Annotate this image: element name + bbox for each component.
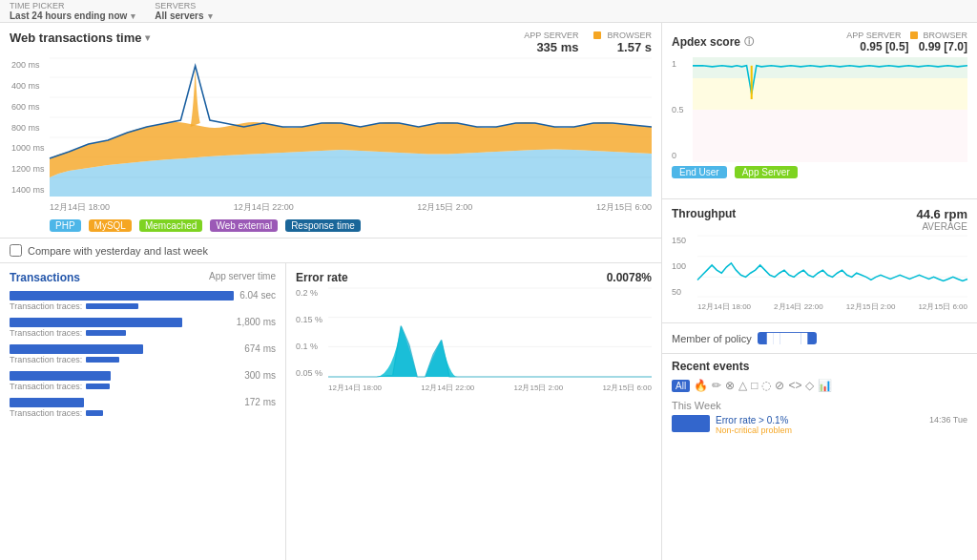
legend-app-server[interactable]: App Server bbox=[735, 166, 798, 178]
recent-events-section: Recent events All 🔥 ✏ ⊗ △ □ ◌ ⊘ <> ◇ 📊 T… bbox=[662, 354, 977, 560]
time-picker[interactable]: TIME PICKER Last 24 hours ending now ▾ bbox=[10, 1, 135, 21]
filter-code-icon[interactable]: <> bbox=[788, 379, 801, 392]
policy-section: Member of policy ██████ bbox=[662, 323, 977, 354]
transactions-panel: Transactions App server time 6.04 sec Tr… bbox=[0, 263, 286, 560]
legend-response-time[interactable]: Response time bbox=[285, 219, 361, 232]
apdex-stats: APP SERVER BROWSER 0.95 [0.5] 0.99 [7.0] bbox=[846, 31, 967, 53]
transactions-title: Transactions bbox=[10, 271, 80, 284]
dropdown-icon[interactable]: ▾ bbox=[145, 32, 150, 43]
recent-events-title: Recent events bbox=[672, 360, 967, 373]
chart-stats: APP SERVER 335 ms BROWSER 1.57 s bbox=[524, 31, 652, 54]
transaction-bar bbox=[10, 398, 84, 407]
transaction-sub: Transaction traces: bbox=[10, 382, 276, 391]
time-picker-value: Last 24 hours ending now bbox=[10, 10, 127, 21]
chart-canvas bbox=[50, 58, 652, 197]
transaction-bar bbox=[10, 371, 111, 381]
servers-picker[interactable]: SERVERS All servers ▾ bbox=[155, 1, 212, 21]
transaction-item: 172 ms Transaction traces: bbox=[10, 397, 276, 418]
throughput-canvas bbox=[697, 236, 967, 297]
right-panel: Apdex score ⓘ APP SERVER BROWSER 0.95 [0… bbox=[662, 23, 977, 560]
error-chart-canvas bbox=[328, 288, 652, 378]
filter-alert-icon[interactable]: △ bbox=[738, 379, 747, 392]
time-picker-label: TIME PICKER bbox=[10, 1, 135, 10]
error-rate-panel: Error rate 0.0078% 0.05 % 0.1 % 0.15 % 0… bbox=[286, 263, 661, 560]
top-bar: TIME PICKER Last 24 hours ending now ▾ S… bbox=[0, 0, 977, 23]
filter-fire-icon[interactable]: 🔥 bbox=[694, 379, 708, 392]
event-status: Non-critical problem bbox=[716, 425, 792, 435]
apdex-chart: 1 0.5 0 bbox=[672, 57, 967, 162]
chart-header: Web transactions time ▾ APP SERVER 335 m… bbox=[10, 31, 652, 54]
legend-memcached[interactable]: Memcached bbox=[139, 219, 202, 232]
legend-mysql[interactable]: MySQL bbox=[89, 219, 132, 232]
main-content: Web transactions time ▾ APP SERVER 335 m… bbox=[0, 23, 977, 560]
filter-box-icon[interactable]: □ bbox=[751, 379, 758, 392]
transaction-sub-bar bbox=[86, 357, 119, 363]
servers-label: SERVERS bbox=[155, 1, 212, 10]
y-axis: 1400 ms 1200 ms 1000 ms 800 ms 600 ms 40… bbox=[10, 58, 50, 197]
transaction-bar bbox=[10, 291, 234, 301]
chart-legend: PHP MySQL Memcached Web external Respons… bbox=[10, 216, 652, 238]
filter-diamond-icon[interactable]: ◇ bbox=[805, 379, 814, 392]
filter-circle-icon[interactable]: ◌ bbox=[761, 379, 771, 392]
error-y-axis: 0.05 % 0.1 % 0.15 % 0.2 % bbox=[296, 288, 326, 378]
compare-checkbox[interactable] bbox=[10, 244, 22, 257]
legend-end-user[interactable]: End User bbox=[672, 166, 727, 178]
browser-stat: BROWSER 1.57 s bbox=[593, 31, 652, 54]
transactions-col-label: App server time bbox=[209, 271, 276, 284]
this-week-label: This Week bbox=[672, 400, 967, 411]
transaction-sub-bar bbox=[86, 303, 138, 309]
apdex-y-axis: 1 0.5 0 bbox=[672, 57, 691, 162]
policy-label: Member of policy bbox=[672, 333, 752, 344]
error-rate-value: 0.0078% bbox=[607, 271, 652, 284]
error-x-axis: 12月14日 18:00 12月14日 22:00 12月15日 2:00 12… bbox=[328, 383, 652, 393]
servers-value: All servers bbox=[155, 10, 203, 21]
web-transactions-chart: 1400 ms 1200 ms 1000 ms 800 ms 600 ms 40… bbox=[10, 58, 652, 216]
event-bar bbox=[672, 415, 710, 432]
transaction-time: 6.04 sec bbox=[234, 290, 276, 301]
transaction-sub-bar bbox=[86, 330, 126, 336]
filter-no-icon[interactable]: ⊘ bbox=[775, 379, 784, 392]
svg-rect-13 bbox=[693, 110, 967, 162]
apdex-section: Apdex score ⓘ APP SERVER BROWSER 0.95 [0… bbox=[662, 23, 977, 199]
transaction-sub: Transaction traces: bbox=[10, 301, 276, 311]
apdex-title: Apdex score ⓘ bbox=[672, 31, 754, 53]
transaction-item: 1,800 ms Transaction traces: bbox=[10, 317, 276, 338]
filter-edit-icon[interactable]: ✏ bbox=[712, 379, 721, 392]
throughput-title: Throughput bbox=[672, 207, 736, 232]
web-transactions-title: Web transactions time ▾ bbox=[10, 31, 150, 45]
policy-badge[interactable]: ██████ bbox=[758, 332, 818, 344]
transaction-sub: Transaction traces: bbox=[10, 355, 276, 364]
legend-web-external[interactable]: Web external bbox=[210, 219, 278, 232]
apdex-legend: End User App Server bbox=[672, 166, 967, 178]
event-time: 14:36 Tue bbox=[929, 415, 967, 425]
transaction-bar bbox=[10, 344, 143, 354]
transactions-header: Transactions App server time bbox=[10, 271, 276, 284]
svg-rect-12 bbox=[693, 78, 967, 110]
event-info: Error rate > 0.1% Non-critical problem bbox=[716, 415, 792, 435]
time-picker-chevron-icon: ▾ bbox=[131, 11, 135, 21]
legend-php[interactable]: PHP bbox=[50, 219, 81, 232]
apdex-canvas bbox=[693, 57, 967, 162]
filter-chart-icon[interactable]: 📊 bbox=[818, 379, 832, 392]
event-name[interactable]: Error rate > 0.1% bbox=[716, 415, 792, 425]
throughput-section: Throughput 44.6 rpm AVERAGE 50 100 150 bbox=[662, 199, 977, 323]
filter-all[interactable]: All bbox=[672, 380, 690, 392]
throughput-y-axis: 50 100 150 bbox=[672, 236, 696, 297]
web-transactions-section: Web transactions time ▾ APP SERVER 335 m… bbox=[0, 23, 661, 239]
filter-cancel-icon[interactable]: ⊗ bbox=[725, 379, 735, 392]
throughput-value: 44.6 rpm bbox=[917, 207, 967, 221]
apdex-info-icon[interactable]: ⓘ bbox=[744, 35, 754, 49]
apdex-browser-value: 0.99 [7.0] bbox=[919, 40, 967, 53]
left-panel: Web transactions time ▾ APP SERVER 335 m… bbox=[0, 23, 662, 560]
bottom-section: Transactions App server time 6.04 sec Tr… bbox=[0, 263, 661, 560]
transaction-sub-bar bbox=[86, 410, 103, 416]
transaction-item: 674 ms Transaction traces: bbox=[10, 343, 276, 364]
throughput-header: Throughput 44.6 rpm AVERAGE bbox=[672, 207, 967, 232]
transaction-bar bbox=[10, 318, 182, 327]
throughput-chart: 50 100 150 12月14日 18:00 bbox=[672, 236, 967, 312]
compare-label: Compare with yesterday and last week bbox=[28, 245, 208, 257]
x-axis: 12月14日 18:00 12月14日 22:00 12月15日 2:00 12… bbox=[50, 198, 652, 216]
transaction-item: 300 ms Transaction traces: bbox=[10, 370, 276, 391]
svg-rect-11 bbox=[693, 57, 967, 78]
app-server-stat: APP SERVER 335 ms bbox=[524, 31, 578, 54]
